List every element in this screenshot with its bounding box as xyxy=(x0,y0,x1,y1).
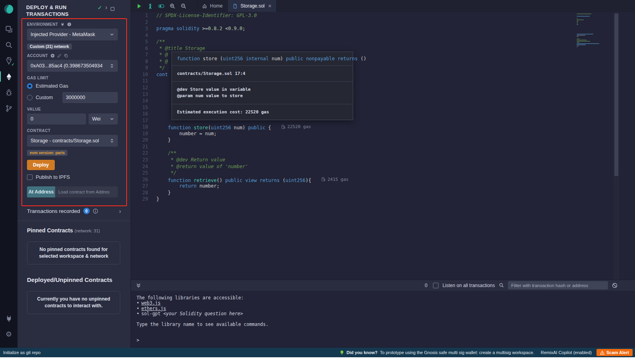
terminal-link[interactable]: ethers.js xyxy=(141,306,166,311)
code-line: pragma solidity >=0.8.2 <0.9.0; xyxy=(156,26,579,33)
collapse-terminal-icon[interactable] xyxy=(134,283,143,288)
line-number[interactable]: 27 xyxy=(131,183,153,190)
custom-gas-label: Custom xyxy=(36,95,53,100)
tab-storage-sol[interactable]: Storage.sol × xyxy=(228,0,277,12)
plugin-manager-icon[interactable] xyxy=(0,310,17,326)
code-line: * @return value of 'number' xyxy=(156,164,579,171)
debugger-icon[interactable] xyxy=(0,84,17,100)
add-account-icon[interactable] xyxy=(50,54,55,58)
line-number[interactable]: 19 xyxy=(131,131,153,138)
line-number[interactable]: 7 xyxy=(131,52,153,59)
line-number[interactable]: 6 xyxy=(131,46,153,52)
gas-icon xyxy=(321,177,325,182)
line-number[interactable]: 1 xyxy=(131,13,153,19)
value-unit-select[interactable]: Wei xyxy=(89,113,118,125)
code-editor[interactable]: 1234567891011121314151617181920212223242… xyxy=(131,12,635,280)
publish-ipfs-option[interactable]: Publish to IPFS xyxy=(27,174,118,180)
scrollbar-thumb[interactable] xyxy=(614,13,618,176)
line-number[interactable]: 20 xyxy=(131,137,153,144)
home-icon xyxy=(202,4,207,9)
line-number[interactable]: 23 xyxy=(131,157,153,164)
estimated-gas-option[interactable]: Estimated Gas xyxy=(27,83,118,89)
workspace-icon[interactable] xyxy=(0,21,17,37)
contract-select[interactable]: Storage - contracts/Storage.sol xyxy=(27,135,118,147)
info-icon[interactable] xyxy=(93,209,98,214)
chevron-right-icon[interactable]: › xyxy=(105,5,107,10)
copilot-status[interactable]: RemixAI Copilot (enabled) xyxy=(541,350,592,355)
at-address-button[interactable]: At Address xyxy=(27,186,55,197)
listen-all-checkbox[interactable] xyxy=(433,283,439,288)
environment-select[interactable]: Injected Provider - MetaMask xyxy=(27,29,118,40)
copy-icon[interactable] xyxy=(64,54,68,58)
expand-transactions-icon[interactable]: › xyxy=(119,209,121,214)
solidity-compiler-icon[interactable]: ✓ xyxy=(0,53,17,69)
line-number[interactable]: 15 xyxy=(131,105,153,111)
custom-gas-field xyxy=(62,92,118,103)
line-number[interactable]: 10 xyxy=(131,72,153,79)
run-script-icon[interactable] xyxy=(133,0,144,12)
line-number[interactable]: 28 xyxy=(131,190,153,197)
accessibility-icon[interactable] xyxy=(144,0,156,12)
settings-icon[interactable]: ⚙ xyxy=(0,326,17,342)
search-icon[interactable] xyxy=(0,37,17,53)
custom-gas-radio[interactable] xyxy=(27,95,33,100)
line-number[interactable]: 14 xyxy=(131,98,153,105)
check-icon: ✓ xyxy=(98,5,102,11)
pin-window-icon[interactable] xyxy=(110,6,115,13)
line-number[interactable]: 4 xyxy=(131,33,153,39)
line-number[interactable]: 29 xyxy=(131,196,153,203)
terminal-output[interactable]: The following libraries are accessible:•… xyxy=(131,291,635,348)
line-number[interactable]: 25 xyxy=(131,170,153,177)
line-number[interactable]: 18 xyxy=(131,124,153,131)
close-tab-icon[interactable]: × xyxy=(268,3,271,9)
line-number[interactable]: 17 xyxy=(131,118,153,125)
tab-storage-label: Storage.sol xyxy=(241,3,265,9)
terminal-link[interactable]: web3.js xyxy=(141,300,160,306)
custom-gas-input[interactable] xyxy=(66,95,114,100)
tooltip-cost: Estimated execution cost: 22520 gas xyxy=(172,104,353,120)
line-number[interactable]: 21 xyxy=(131,144,153,151)
edit-icon[interactable] xyxy=(57,54,62,58)
minimap[interactable] xyxy=(577,13,613,48)
line-number[interactable]: 11 xyxy=(131,78,153,85)
editor-scrollbar[interactable] xyxy=(614,12,619,280)
line-number[interactable]: 22 xyxy=(131,150,153,157)
line-number[interactable]: 5 xyxy=(131,39,153,46)
line-number[interactable]: 26 xyxy=(131,177,153,184)
zoom-out-icon[interactable] xyxy=(178,0,189,12)
unpinned-contracts-title: Deployed/Unpinned Contracts xyxy=(27,276,120,283)
code-line: function retrieve() public view returns … xyxy=(156,177,579,184)
publish-ipfs-checkbox[interactable] xyxy=(27,174,33,180)
line-number[interactable]: 12 xyxy=(131,85,153,92)
editor-gutter[interactable]: 1234567891011121314151617181920212223242… xyxy=(131,13,153,203)
line-number[interactable]: 2 xyxy=(131,19,153,26)
deploy-button[interactable]: Deploy xyxy=(27,160,55,170)
clear-console-icon[interactable] xyxy=(612,283,618,288)
terminal-line: •sol-gpt <your Solidity question here> xyxy=(137,311,635,316)
git-init-button[interactable]: Initialize as git repo xyxy=(3,350,40,355)
zoom-in-icon[interactable] xyxy=(167,0,178,12)
scam-alert-badge[interactable]: Scam Alert xyxy=(597,349,633,356)
custom-gas-option[interactable]: Custom xyxy=(27,92,118,103)
terminal-toolbar-right: 0 Listen on all transactions xyxy=(425,281,618,289)
deploy-run-icon[interactable] xyxy=(0,69,17,84)
copilot-toggle-icon[interactable] xyxy=(156,0,167,12)
git-icon[interactable] xyxy=(0,100,17,116)
at-address-input[interactable] xyxy=(55,186,118,197)
code-line xyxy=(156,144,579,151)
filter-input[interactable] xyxy=(508,281,608,289)
gas-limit-label-row: GAS LIMIT xyxy=(27,76,118,80)
line-number[interactable]: 16 xyxy=(131,111,153,118)
remix-logo-icon[interactable] xyxy=(3,4,14,16)
iconbar-bottom-icons: ⚙ xyxy=(0,310,17,342)
line-number[interactable]: 3 xyxy=(131,26,153,33)
line-number[interactable]: 13 xyxy=(131,92,153,98)
info-icon[interactable] xyxy=(67,22,71,27)
estimated-gas-radio[interactable] xyxy=(27,83,33,89)
tab-home[interactable]: Home xyxy=(197,0,228,12)
value-input[interactable] xyxy=(31,116,83,122)
line-number[interactable]: 9 xyxy=(131,65,153,72)
line-number[interactable]: 8 xyxy=(131,59,153,65)
line-number[interactable]: 24 xyxy=(131,164,153,171)
account-select[interactable]: 0xA03...85ac4 (0.398673504934 xyxy=(27,60,118,72)
